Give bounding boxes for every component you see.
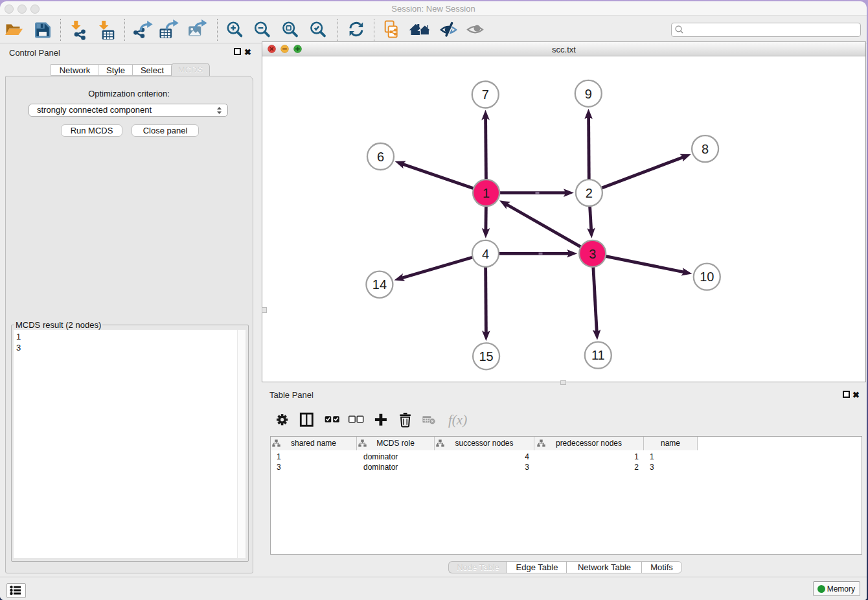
- svg-text:3: 3: [589, 247, 596, 261]
- svg-text:1: 1: [483, 186, 490, 200]
- svg-text:11: 11: [591, 348, 605, 362]
- svg-text:10: 10: [700, 270, 714, 284]
- svg-text:14: 14: [372, 277, 387, 292]
- svg-text:4: 4: [482, 247, 489, 261]
- svg-text:9: 9: [585, 87, 592, 101]
- svg-text:f(x): f(x): [448, 412, 467, 428]
- svg-text:8: 8: [702, 142, 709, 156]
- svg-text:6: 6: [377, 150, 384, 164]
- svg-text:2: 2: [586, 186, 593, 200]
- svg-text:7: 7: [482, 87, 489, 102]
- svg-text:15: 15: [479, 349, 493, 363]
